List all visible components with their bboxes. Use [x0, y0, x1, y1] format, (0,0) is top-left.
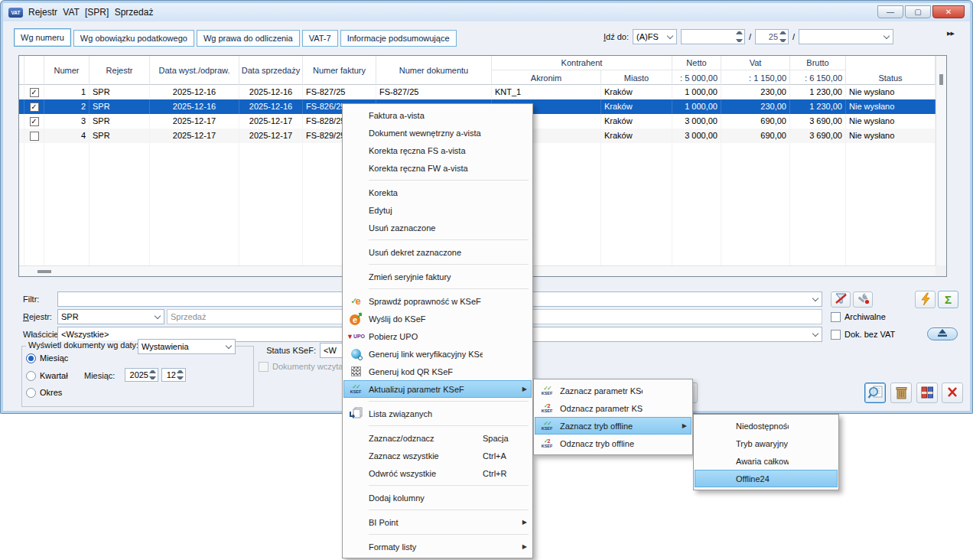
minimize-button[interactable]: —: [877, 5, 903, 18]
maximize-button[interactable]: ▢: [905, 5, 931, 18]
archiwalne-checkbox[interactable]: Archiwalne: [831, 311, 886, 322]
menu-item-generuj-link-weryfikacyjny-ksef[interactable]: Generuj link weryfikacyjny KSeF: [343, 345, 532, 363]
menu-item-offline24[interactable]: Offline24: [695, 470, 838, 487]
close-button[interactable]: ✕: [932, 5, 965, 18]
year-spinner[interactable]: 2025: [125, 368, 158, 382]
menu-item-dokument-wewnetrzny-a-vista[interactable]: Dokument wewnętrzny a-vista: [343, 124, 532, 142]
preview-button[interactable]: [864, 383, 886, 403]
vertical-scrollbar-thumb[interactable]: [939, 74, 943, 85]
collapse-panel-button[interactable]: [927, 327, 958, 340]
checkbox-column-header[interactable]: [24, 56, 44, 85]
spinner-arrows-icon[interactable]: [779, 31, 786, 42]
delete-button[interactable]: [890, 383, 912, 403]
row-select-checkbox[interactable]: ✓: [24, 114, 44, 129]
dokumenty-wczytane-checkbox[interactable]: Dokumenty wczyta: [259, 361, 343, 372]
menu-item-formaty-listy[interactable]: Formaty listy ▶: [343, 538, 532, 555]
column-header-rejestr[interactable]: Rejestr: [89, 56, 150, 85]
year-spinner[interactable]: 25: [755, 29, 789, 44]
row-select-checkbox[interactable]: [24, 201, 44, 216]
row-select-checkbox[interactable]: [24, 129, 44, 143]
doc-number-spinner[interactable]: [681, 29, 745, 44]
menu-item-niedostepnosc-ksef[interactable]: Niedostępność KSeF: [695, 417, 838, 435]
tab-wg-prawa-do-odliczenia[interactable]: Wg prawa do odliczenia: [197, 30, 300, 47]
column-header-vat[interactable]: Vat: [721, 56, 790, 70]
menu-item-zaznacz-odznacz[interactable]: Zaznacz/odznacz Spacja: [343, 429, 532, 447]
series-combo[interactable]: [799, 29, 893, 44]
tab-wg-obowiazku-podatkowego[interactable]: Wg obowiązku podatkowego: [73, 30, 194, 47]
column-header-akronim[interactable]: Akronim: [492, 70, 601, 85]
doc-type-combo[interactable]: (A)FS: [633, 29, 677, 44]
radio-okres[interactable]: Okres: [26, 387, 62, 398]
row-select-checkbox[interactable]: [24, 259, 44, 265]
tab-scroll-right-icon[interactable]: ▶▶: [947, 31, 954, 37]
menu-item-korekta-reczna-fs-a-vista[interactable]: Korekta ręczna FS a-vista: [343, 142, 532, 159]
row-select-checkbox[interactable]: [24, 172, 44, 187]
vertical-scrollbar[interactable]: [936, 56, 946, 265]
menu-item-wyslij-do-ksef[interactable]: e Wyślij do KSeF: [343, 310, 532, 327]
column-header-numer-faktury[interactable]: Numer faktury: [303, 56, 376, 85]
quick-filter-button[interactable]: [915, 291, 936, 308]
row-select-checkbox[interactable]: [24, 143, 44, 158]
dok-bez-vat-checkbox[interactable]: Dok. bez VAT: [831, 329, 895, 340]
column-header-numer-dokumentu[interactable]: Numer dokumentu: [376, 56, 492, 85]
tab-vat-7[interactable]: VAT-7: [302, 30, 338, 47]
sum-button[interactable]: Σ: [938, 291, 958, 308]
month-spinner[interactable]: 12: [161, 368, 186, 382]
menu-item-odwroc-wszystkie[interactable]: Odwróć wszystkie Ctrl+R: [343, 464, 532, 482]
menu-item-awaria-calkowita[interactable]: Awaria całkowita: [695, 452, 838, 470]
menu-item-dodaj-kolumny[interactable]: Dodaj kolumny: [343, 489, 532, 506]
rejestr-combo[interactable]: SPR: [57, 309, 164, 324]
menu-item-korekta[interactable]: Korekta: [343, 184, 532, 201]
spinner-arrows-icon[interactable]: [177, 370, 184, 379]
menu-item-tryb-awaryjny[interactable]: Tryb awaryjny: [695, 435, 838, 452]
menu-item-odznacz-tryb-offline[interactable]: ✓2KSEF Odznacz tryb offline: [535, 435, 692, 452]
chevron-down-icon[interactable]: [812, 330, 818, 336]
menu-item-usun-zaznaczone[interactable]: Usuń zaznaczone: [343, 219, 532, 236]
column-header-brutto[interactable]: Brutto: [790, 56, 846, 70]
radio-miesiac[interactable]: Miesiąc: [26, 353, 68, 363]
column-header-status[interactable]: Status: [846, 70, 936, 85]
menu-item-edytuj[interactable]: Edytuj: [343, 201, 532, 219]
column-header-numer[interactable]: Numer: [44, 56, 89, 85]
chevron-down-icon[interactable]: [155, 312, 161, 318]
column-header-data-sprzedazy[interactable]: Data sprzedaży: [239, 56, 303, 85]
menu-item-sprawdz-poprawnosc-w-ksef[interactable]: ✓e Sprawdź poprawność w KSeF: [343, 292, 532, 310]
column-header-netto[interactable]: Netto: [672, 56, 721, 70]
close-list-button[interactable]: [942, 383, 963, 403]
table-row-1[interactable]: ✓ 1 SPR 2025-12-16 2025-12-16 FS-827/25 …: [19, 85, 936, 99]
row-select-checkbox[interactable]: [24, 158, 44, 172]
menu-item-zaznacz-tryb-offline[interactable]: ✓✓KSEF Zaznacz tryb offline ▶: [535, 417, 692, 435]
filter-builder-button[interactable]: [853, 291, 873, 308]
menu-item-zaznacz-parametr-ksef[interactable]: ✓✓KSEF Zaznacz parametr KSeF: [535, 382, 692, 399]
menu-item-faktura-a-vista[interactable]: Faktura a-vista: [343, 106, 532, 124]
spinner-arrows-icon[interactable]: [149, 370, 156, 379]
tab-wg-numeru[interactable]: Wg numeru: [14, 28, 71, 47]
spinner-arrows-icon[interactable]: [736, 31, 743, 42]
menu-item-odznacz-parametr-ksef[interactable]: ✓2KSEF Odznacz parametr KSeF: [535, 399, 692, 417]
row-select-checkbox[interactable]: ✓: [24, 85, 44, 99]
column-header-data-wyst[interactable]: Data wyst./odpraw.: [150, 56, 239, 85]
menu-item-generuj-kod-qr-ksef[interactable]: Generuj kod QR KSeF: [343, 363, 532, 380]
menu-item-lista-zwiazanych[interactable]: Lista związanych: [343, 405, 532, 422]
horizontal-scrollbar-thumb[interactable]: [37, 270, 51, 273]
row-select-checkbox[interactable]: [24, 216, 44, 230]
chevron-down-icon[interactable]: [812, 295, 818, 301]
chevron-down-icon[interactable]: [226, 342, 232, 348]
row-select-checkbox[interactable]: [24, 187, 44, 201]
row-select-checkbox[interactable]: [24, 230, 44, 245]
column-group-kontrahent[interactable]: Kontrahent: [492, 56, 672, 70]
titlebar[interactable]: VAT Rejestr VAT [SPR] Sprzedaż — ▢ ✕: [3, 3, 970, 21]
tab-informacje-podsumowujace[interactable]: Informacje podsumowujące: [340, 30, 457, 47]
row-select-checkbox[interactable]: ✓: [24, 99, 44, 114]
date-type-combo[interactable]: Wystawienia: [138, 339, 236, 354]
row-select-checkbox[interactable]: [24, 245, 44, 259]
menu-item-bi-point[interactable]: BI Point ▶: [343, 513, 532, 531]
ledger-button[interactable]: [916, 383, 938, 403]
radio-kwartal[interactable]: Kwartał: [26, 370, 68, 381]
menu-item-pobierz-upo[interactable]: ▼UPO Pobierz UPO: [343, 327, 532, 345]
menu-item-zaznacz-wszystkie[interactable]: Zaznacz wszystkie Ctrl+A: [343, 447, 532, 464]
menu-item-aktualizuj-parametr-ksef[interactable]: ✓✓KSEF Aktualizuj parametr KSeF ▶: [343, 380, 532, 398]
menu-item-zmien-seryjnie-faktury[interactable]: Zmień seryjnie faktury: [343, 268, 532, 285]
clear-filter-button[interactable]: [831, 291, 851, 308]
menu-item-usun-dekret-zaznaczone[interactable]: Usuń dekret zaznaczone: [343, 243, 532, 261]
